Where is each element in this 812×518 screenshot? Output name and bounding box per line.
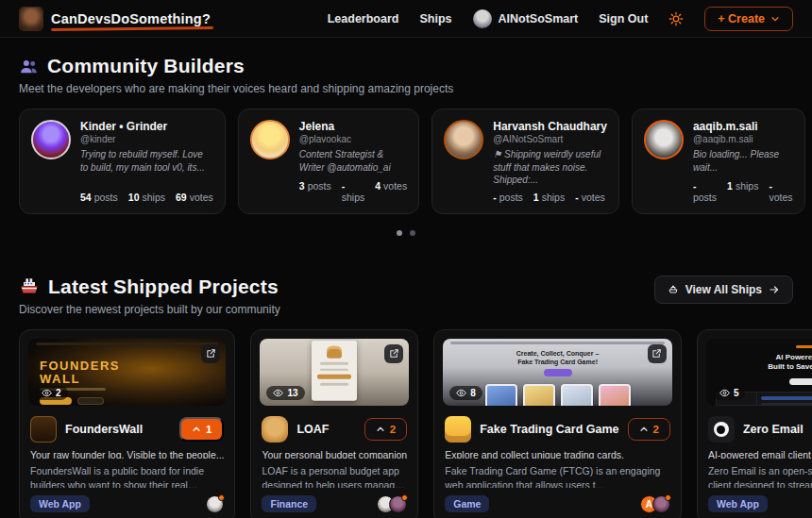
project-title-row: Zero Email 1 — [698, 409, 812, 443]
project-description: Zero Email is an open-source, AI-native … — [698, 464, 812, 487]
views-count: 2 — [56, 388, 61, 398]
sign-out-link[interactable]: Sign Out — [599, 12, 648, 25]
thumb-headline: AI Powered Email. Built to Save You Time — [706, 353, 812, 374]
stat-ships: 1ships — [727, 180, 758, 203]
thumb-headline-line1: Create, Collect, Conquer – — [443, 349, 672, 358]
maker-avatars[interactable] — [206, 495, 224, 513]
arrow-right-icon — [769, 284, 780, 295]
upvote-count: 2 — [390, 424, 396, 435]
project-logo — [445, 416, 471, 443]
ships-subtitle: Discover the newest projects built by ou… — [19, 303, 280, 316]
category-tag[interactable]: Web App — [30, 495, 90, 512]
stat-ships: -ships — [342, 180, 365, 203]
project-title-row: LOAF 2 — [251, 409, 417, 443]
maker-avatars[interactable]: A — [640, 495, 670, 513]
builder-handle: @aaqib.m.sali — [693, 134, 793, 144]
project-card-loaf[interactable]: 13 LOAF 2 Your personal budget companion… — [250, 329, 418, 518]
stat-posts-label: posts — [308, 180, 331, 192]
stat-posts-label: posts — [499, 192, 523, 203]
project-thumbnail: FOUNDERS WALL 2 — [28, 339, 226, 407]
builder-card-jelena[interactable]: Jelena @plavookac Content Strategist & W… — [238, 109, 419, 214]
thumb-decoration — [761, 396, 812, 400]
eye-icon — [456, 388, 466, 398]
external-link-button[interactable] — [201, 344, 220, 363]
builder-handle: @plavookac — [299, 134, 407, 144]
thumb-trading-card — [523, 384, 555, 407]
category-tag[interactable]: Game — [445, 495, 489, 512]
upvote-button[interactable]: 2 — [364, 418, 407, 441]
thumb-decoration — [320, 362, 348, 365]
project-card-zero-email[interactable]: AI Powered Email. Built to Save You Time — [697, 329, 812, 518]
thumb-decoration — [36, 343, 218, 345]
builder-card-harvansh[interactable]: Harvansh Chaudhary @AINotSoSmart ⚑ Shipp… — [431, 109, 619, 214]
nav-link-leaderboard[interactable]: Leaderboard — [328, 12, 399, 25]
stat-posts: -posts — [493, 192, 523, 203]
community-builders-section: Community Builders Meet the developers w… — [0, 55, 812, 236]
builder-card-aaqib[interactable]: aaqib.m.sali @aaqib.m.sali Bio loading..… — [632, 109, 805, 214]
project-card-ftcg[interactable]: Create, Collect, Conquer – Fake Trading … — [433, 329, 682, 518]
project-thumbnail: 13 — [260, 339, 409, 407]
builder-stats: -posts 1ships -votes — [493, 187, 607, 203]
maker-avatars[interactable] — [377, 495, 407, 513]
external-link-button[interactable] — [648, 344, 667, 363]
thumb-headline: FOUNDERS WALL — [40, 359, 120, 388]
stat-votes-value: 69 — [176, 192, 187, 203]
thumb-decoration — [317, 375, 351, 379]
project-thumbnail: AI Powered Email. Built to Save You Time — [706, 339, 812, 407]
create-button[interactable]: + Create — [704, 7, 793, 31]
ship-icon — [19, 276, 40, 297]
external-link-button[interactable] — [384, 344, 403, 363]
stat-ships-label: ships — [736, 180, 759, 192]
nav-link-ships[interactable]: Ships — [419, 12, 451, 25]
stat-posts-label: posts — [94, 192, 118, 203]
project-thumbnail: Create, Collect, Conquer – Fake Trading … — [443, 339, 672, 407]
thumb-bread-mascot — [327, 346, 342, 359]
upvote-count: 2 — [653, 424, 659, 435]
theme-toggle-button[interactable] — [668, 11, 684, 26]
stat-posts-value: 3 — [299, 180, 305, 192]
views-badge: 5 — [713, 386, 746, 400]
builder-bio: Content Strategist & Writer @automatio_a… — [299, 148, 407, 174]
pagination-dot-1[interactable] — [397, 230, 402, 236]
thumb-decoration — [757, 393, 812, 406]
builder-info: aaqib.m.sali @aaqib.m.sali Bio loading..… — [693, 120, 793, 203]
project-description: LOAF is a personal budget app designed t… — [251, 464, 417, 487]
builder-handle: @AINotSoSmart — [493, 134, 607, 144]
builders-title: Community Builders — [47, 55, 245, 77]
notification-dot — [401, 494, 408, 501]
upvote-button[interactable]: 1 — [179, 417, 224, 442]
builder-name: Kinder • Grinder — [80, 120, 213, 133]
projects-grid: FOUNDERS WALL 2 FoundersWall — [19, 329, 793, 518]
external-link-icon — [651, 348, 662, 359]
project-footer: Game A — [434, 488, 681, 518]
upvote-button[interactable]: 2 — [628, 418, 670, 441]
project-name: Fake Trading Card Game — [480, 423, 618, 436]
stat-votes-label: votes — [190, 192, 213, 203]
project-tagline: AI-powered email client for privacy and … — [698, 449, 812, 459]
views-badge: 8 — [449, 386, 482, 400]
project-name: Zero Email — [743, 423, 804, 436]
maker-avatar — [652, 495, 670, 513]
builder-avatar — [644, 120, 684, 159]
view-all-ships-button[interactable]: View All Ships — [654, 276, 793, 304]
view-all-ships-label: View All Ships — [685, 283, 762, 296]
project-card-founderswall[interactable]: FOUNDERS WALL 2 FoundersWall — [19, 329, 235, 518]
category-tag[interactable]: Finance — [262, 495, 316, 512]
thumb-decoration — [761, 403, 812, 407]
thumb-decoration — [789, 378, 812, 385]
thumb-decoration — [312, 341, 357, 401]
nav-user-menu[interactable]: AINotSoSmart — [473, 9, 579, 28]
stat-votes: -votes — [769, 180, 792, 203]
stat-votes: 4votes — [375, 180, 407, 203]
thumb-headline-line2: Fake Trading Card Game! — [443, 358, 672, 366]
thumb-trading-card — [485, 384, 517, 407]
pagination-dot-2[interactable] — [410, 230, 415, 236]
category-tag[interactable]: Web App — [708, 495, 768, 512]
builder-card-kinder[interactable]: Kinder • Grinder @kinder Trying to rebui… — [19, 109, 226, 214]
users-icon — [19, 57, 39, 76]
stat-posts-value: 54 — [80, 192, 92, 203]
views-count: 8 — [470, 388, 476, 398]
brand[interactable]: CanDevsDoSomething? — [19, 7, 211, 31]
project-tagline: Your personal budget companion — [251, 449, 417, 459]
builder-info: Jelena @plavookac Content Strategist & W… — [299, 120, 407, 203]
